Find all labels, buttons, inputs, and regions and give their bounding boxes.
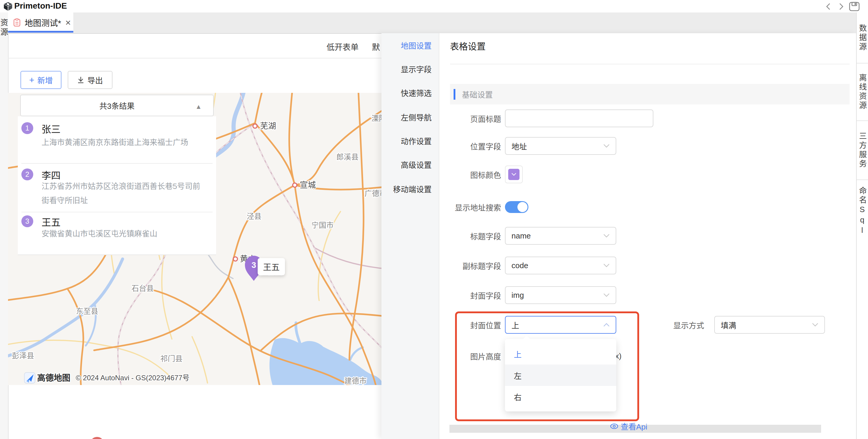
icon-color-picker[interactable] [505, 166, 523, 183]
field-label: 页面标题 [439, 113, 501, 124]
collapse-caret-icon[interactable]: ▲ [195, 103, 202, 111]
field-cover-position: 封面位置 上 [439, 316, 616, 334]
tab-close-icon[interactable]: × [65, 18, 71, 27]
display-mode-select[interactable]: 填满 [714, 316, 825, 334]
dropdown-option-right[interactable]: 右 [505, 386, 616, 407]
cover-field-select[interactable]: img [505, 286, 616, 304]
map-label: 泾县 [247, 212, 261, 221]
list-item-address: 安徽省黄山市屯溪区屯光镇麻雀山 [41, 227, 208, 241]
add-button[interactable]: + 新增 [21, 71, 61, 89]
position-field-select[interactable]: 地址 [505, 137, 616, 155]
chevron-down-icon [603, 293, 610, 297]
section-label: 基础设置 [462, 89, 493, 100]
address-search-toggle[interactable] [505, 201, 528, 213]
dropdown-option-left[interactable]: 左 [505, 365, 616, 386]
nav-back-icon[interactable] [824, 2, 833, 11]
menu-item-map-settings[interactable]: 地图设置 [401, 40, 432, 50]
content-header-divider [8, 58, 381, 59]
list-item-badge: 2 [21, 168, 33, 180]
tab-active-underline [8, 31, 73, 33]
dropdown-option-top[interactable]: 上 [505, 343, 616, 365]
eye-icon [610, 423, 618, 429]
settings-menu: 地图设置 显示字段 快速筛选 左侧导航 动作设置 高级设置 移动端设置 [381, 33, 439, 439]
select-value: 地址 [512, 141, 527, 151]
map-attribution-copyright: © 2024 AutoNavi - GS(2023)4677号 [76, 374, 189, 382]
field-label: 位置字段 [439, 141, 501, 151]
menu-item-quick-filter[interactable]: 快速筛选 [401, 87, 432, 98]
list-item-name[interactable]: 张三 [41, 122, 61, 135]
select-value: code [512, 261, 528, 270]
city-dot [253, 124, 257, 128]
rail-item-offline-resource[interactable]: 离线资源 [857, 64, 868, 121]
export-button-label: 导出 [87, 74, 103, 86]
section-accent-bar [454, 89, 455, 100]
select-value: name [512, 231, 531, 241]
map-label: 祁门县 [160, 354, 183, 363]
field-display-mode: 显示方式 填满 [642, 316, 825, 334]
floating-action-button[interactable] [90, 437, 104, 439]
list-item-address: 江苏省苏州市姑苏区沧浪街道西善长巷5号司前街看守所旧址 [41, 179, 208, 208]
rail-item-named-sql[interactable]: 命名Sql [857, 180, 868, 242]
field-label: 显示方式 [642, 319, 704, 331]
map-marker-card[interactable]: 王五 [258, 258, 285, 275]
menu-item-mobile-settings[interactable]: 移动端设置 [393, 183, 432, 194]
result-summary-label: 共3条结果 [99, 100, 134, 111]
map-label: 彭泽县 [12, 351, 34, 360]
nav-forward-icon[interactable] [837, 2, 845, 11]
color-swatch [508, 169, 520, 180]
menu-item-advanced-settings[interactable]: 高级设置 [401, 159, 432, 170]
title-field-select[interactable]: name [505, 227, 616, 245]
map-label: 东至县 [76, 307, 98, 315]
content-tab-default[interactable]: 默 [372, 41, 380, 53]
content-tab-low-code-form[interactable]: 低开表单 [327, 41, 359, 53]
chevron-down-icon [603, 144, 610, 148]
result-summary-bar[interactable]: 共3条结果 ▲ [20, 95, 214, 116]
tab-map-test[interactable]: 地图测试* × [8, 12, 73, 33]
export-button[interactable]: 导出 [68, 71, 113, 89]
field-subtitle: 副标题字段 code [439, 257, 616, 274]
field-label: 显示地址搜索 [439, 202, 501, 213]
toggle-knob [518, 202, 528, 212]
select-value: 填满 [721, 319, 736, 331]
view-api-link[interactable]: 查看Api [610, 420, 647, 432]
cover-position-dropdown: 上 左 右 [505, 339, 616, 411]
chevron-down-icon [603, 234, 610, 238]
chevron-down-icon [511, 173, 517, 176]
rail-item-third-party[interactable]: 三方服务 [857, 121, 868, 179]
field-position: 位置字段 地址 [439, 137, 616, 155]
field-label: 图片高度 [439, 350, 501, 362]
cover-position-select[interactable]: 上 [505, 316, 616, 334]
section-basic-settings: 基础设置 [450, 84, 849, 104]
map-label: 宁国市 [311, 221, 334, 229]
map-label: 广德市 [365, 189, 381, 198]
right-rail: 数据源 离线资源 三方服务 命名Sql [856, 12, 868, 439]
page-title-input[interactable] [505, 109, 653, 127]
save-icon[interactable] [849, 2, 860, 11]
menu-item-action-settings[interactable]: 动作设置 [401, 135, 432, 146]
list-item-badge: 1 [21, 122, 33, 134]
tab-label: 地图测试* [25, 16, 61, 29]
field-cover: 封面字段 img [439, 286, 616, 304]
title-divider [450, 64, 849, 64]
download-icon [77, 76, 84, 84]
left-rail[interactable]: 资源 [0, 12, 9, 439]
chevron-up-icon [603, 323, 610, 327]
select-value: img [512, 291, 524, 300]
field-label: 封面位置 [439, 319, 501, 331]
city-dot [293, 183, 297, 187]
list-item-badge: 3 [21, 215, 33, 227]
settings-panel: 地图设置 显示字段 快速筛选 左侧导航 动作设置 高级设置 移动端设置 表格设置… [381, 33, 856, 439]
field-title: 标题字段 name [439, 227, 616, 245]
settings-main: 表格设置 基础设置 页面标题 位置字段 地址 图标颜色 [439, 33, 856, 439]
view-api-label: 查看Api [621, 420, 647, 432]
add-button-label: 新增 [37, 74, 53, 86]
menu-item-display-fields[interactable]: 显示字段 [401, 64, 432, 74]
subtitle-field-select[interactable]: code [505, 257, 616, 274]
menu-item-left-nav[interactable]: 左侧导航 [401, 111, 432, 122]
map-label: 石台县 [131, 284, 154, 293]
map-label: 建德市 [344, 377, 367, 385]
rail-item-datasource[interactable]: 数据源 [857, 12, 868, 63]
document-icon [13, 19, 21, 27]
list-item-address: 上海市黄浦区南京东路街道上海来福士广场 [41, 135, 208, 149]
left-rail-label: 资源 [0, 19, 9, 37]
